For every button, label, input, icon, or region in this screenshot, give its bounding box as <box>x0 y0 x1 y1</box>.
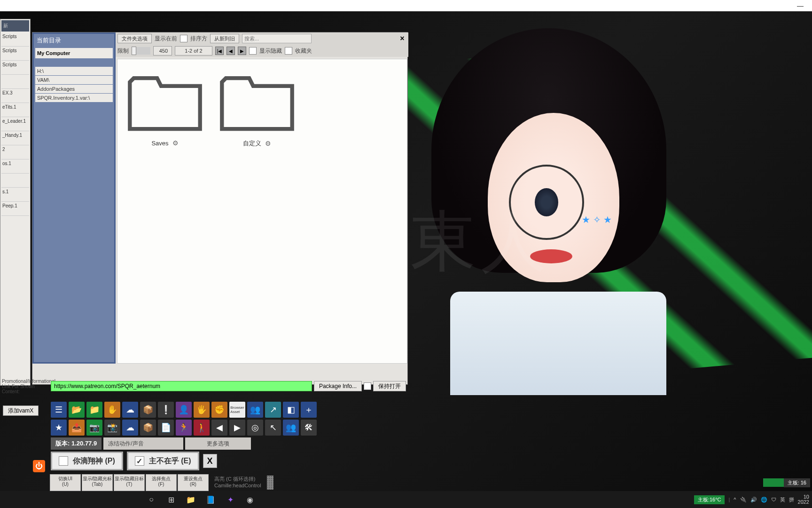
plus-icon[interactable]: ＋ <box>301 402 317 418</box>
folder-item-custom[interactable]: 自定义 ⚙ <box>214 64 300 158</box>
cursor-icon[interactable]: ↖ <box>265 420 281 436</box>
folder-options-button[interactable]: 文件夹选项 <box>117 34 152 43</box>
help-toggle-ui[interactable]: 切换UI(U) <box>50 474 81 491</box>
help-reset-focus[interactable]: 重设焦点(R) <box>178 474 209 491</box>
list-item[interactable]: e_Leader.1 <box>1 117 29 131</box>
tray-volume-icon[interactable]: 🔊 <box>750 497 757 503</box>
list-item[interactable]: Scripts <box>1 47 29 61</box>
minimize-button[interactable]: — <box>793 1 807 10</box>
show-hidden-checkbox[interactable] <box>249 47 257 55</box>
limit-value[interactable]: 450 <box>153 46 172 56</box>
toggle-e[interactable]: ✓ 主不在乎 (E) <box>127 452 199 470</box>
grab-icon[interactable]: 🖐 <box>194 402 210 418</box>
explorer-icon[interactable]: 📁 <box>185 494 196 505</box>
ime-mode[interactable]: 拼 <box>789 496 794 503</box>
list-item[interactable]: Scripts <box>1 32 29 47</box>
tree-item[interactable]: H:\ <box>35 67 113 75</box>
search-input[interactable] <box>242 34 312 43</box>
obs-icon[interactable]: ◉ <box>244 494 256 505</box>
favorites-checkbox[interactable] <box>285 47 292 55</box>
list-item[interactable]: s.1 <box>1 188 29 202</box>
freeze-button[interactable]: 冻结动作/声音 <box>103 437 183 450</box>
app-icon[interactable]: 📘 <box>205 494 216 505</box>
promo-url-input[interactable] <box>51 381 312 391</box>
checkbox-p[interactable] <box>59 456 68 466</box>
share-icon[interactable]: ↗ <box>265 402 281 418</box>
list-item[interactable]: Scripts <box>1 61 29 75</box>
ime-lang[interactable]: 英 <box>780 496 785 503</box>
star-icon[interactable]: ★ <box>51 420 67 436</box>
help-focus[interactable]: 选择焦点(F) <box>146 474 177 491</box>
folder-item-saves[interactable]: Saves ⚙ <box>122 64 208 158</box>
package-info-button[interactable]: Package Info... <box>314 381 362 391</box>
toggle-p[interactable]: 你滴翔神 (P) <box>51 452 123 470</box>
document-icon[interactable]: 📄 <box>158 420 174 436</box>
prev-icon[interactable]: ◀ <box>211 420 227 436</box>
vam-icon[interactable]: ✦ <box>225 494 236 505</box>
keep-open-button[interactable]: 保持打开 <box>373 381 406 391</box>
keep-open-checkbox[interactable] <box>364 382 371 390</box>
menu-icon[interactable]: ☰ <box>51 402 67 418</box>
camera-icon[interactable]: 📷 <box>86 420 102 436</box>
cortana-icon[interactable]: ○ <box>146 494 157 505</box>
move-icon[interactable]: ✊ <box>211 402 227 418</box>
temp-badge[interactable]: 主板:16°C <box>694 495 725 504</box>
target-icon[interactable]: ◎ <box>247 420 263 436</box>
tray-shield-icon[interactable]: 🛡 <box>771 497 776 502</box>
person-icon[interactable]: 👤 <box>176 402 192 418</box>
power-button[interactable]: ⏻ <box>33 460 45 472</box>
help-targets[interactable]: 显示/隐藏目标(T) <box>114 474 145 491</box>
list-item[interactable]: EX.3 <box>1 89 29 103</box>
checkbox-e[interactable]: ✓ <box>135 456 144 466</box>
sort-order-button[interactable]: 从新到旧 <box>210 34 239 43</box>
open-icon[interactable]: 📂 <box>69 402 85 418</box>
tree-item[interactable]: SPQR.Inventory.1.var:\ <box>35 94 113 102</box>
list-item[interactable]: os.1 <box>1 159 29 174</box>
gear-icon[interactable]: ⚙ <box>265 140 271 147</box>
limit-slider[interactable] <box>132 47 150 55</box>
box-icon[interactable]: 📦 <box>140 402 156 418</box>
export-icon[interactable]: 📤 <box>69 420 85 436</box>
list-item[interactable]: _Handy.1 <box>1 131 29 145</box>
gear-icon[interactable]: ⚙ <box>172 139 179 147</box>
screenshot-icon[interactable]: 📸 <box>104 420 120 436</box>
cloud-down-icon[interactable]: ☁ <box>122 420 138 436</box>
tree-item[interactable]: VAM\ <box>35 76 113 84</box>
tray-usb-icon[interactable]: 🔌 <box>740 497 747 503</box>
run-icon[interactable]: 🏃 <box>176 420 192 436</box>
close-panel-button[interactable]: X <box>203 454 217 468</box>
clock[interactable]: 102022 <box>798 494 809 505</box>
group-icon[interactable]: 👥 <box>283 420 299 436</box>
next-page-button[interactable]: ▶ <box>238 47 246 55</box>
close-button[interactable]: × <box>398 34 406 43</box>
cloud-up-icon[interactable]: ☁ <box>122 402 138 418</box>
list-item[interactable] <box>1 75 29 89</box>
cube-icon[interactable]: ◧ <box>283 402 299 418</box>
prev-page-button[interactable]: ◀ <box>226 47 235 55</box>
drag-handle[interactable] <box>267 476 273 490</box>
users-icon[interactable]: 👥 <box>247 402 263 418</box>
tree-item[interactable]: AddonPackages <box>35 85 113 93</box>
tray-network-icon[interactable]: 🌐 <box>761 497 767 503</box>
play-icon[interactable]: ▶ <box>229 420 245 436</box>
tree-root[interactable]: My Computer <box>35 48 113 58</box>
hand-icon[interactable]: ✋ <box>104 402 120 418</box>
list-item[interactable]: eTits.1 <box>1 103 29 117</box>
show-front-checkbox[interactable] <box>180 35 187 42</box>
info-icon[interactable]: ❕ <box>158 402 174 418</box>
more-options-button[interactable]: 更多选项 <box>185 437 251 450</box>
folder-icon[interactable]: 📁 <box>86 402 102 418</box>
task-view-icon[interactable]: ⊞ <box>165 494 177 505</box>
list-item[interactable]: 2 <box>1 145 29 159</box>
tray-up-icon[interactable]: ^ <box>734 497 736 502</box>
wrench-icon[interactable]: 🛠 <box>301 420 317 436</box>
first-page-button[interactable]: |◀ <box>215 47 224 55</box>
help-cursor[interactable]: 显示/隐藏光标(Tab) <box>82 474 113 491</box>
list-item[interactable]: Peep.1 <box>1 202 29 216</box>
add-vamx-button[interactable]: 添加vamX <box>3 405 39 416</box>
pose-icon[interactable]: 🚶 <box>194 420 210 436</box>
package-icon[interactable]: 📦 <box>140 420 156 436</box>
browser-asset-button[interactable]: BrowserAsset <box>229 402 245 418</box>
left-tab[interactable]: 新 <box>1 20 29 32</box>
list-item[interactable] <box>1 174 29 188</box>
